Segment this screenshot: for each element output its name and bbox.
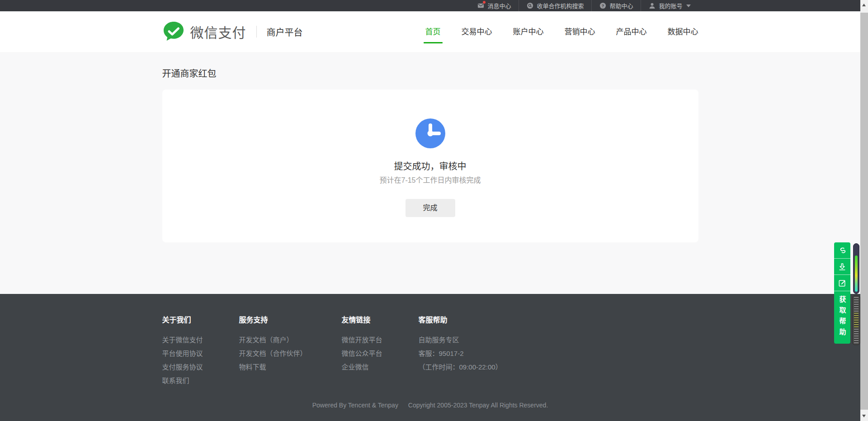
- nav-item-transactions[interactable]: 交易中心: [462, 25, 492, 38]
- gradient-bar: [855, 255, 858, 292]
- footer-link[interactable]: 微信开放平台: [342, 336, 419, 345]
- footer-column-about: 关于我们 关于微信支付 平台使用协议 支付服务协议 联系我们: [162, 316, 239, 390]
- page: 消息中心 收单合作机构搜索 ? 帮助中心 我的账号: [0, 0, 860, 421]
- footer-link[interactable]: 企业微信: [342, 363, 419, 372]
- primary-nav: 首页 交易中心 账户中心 营销中心 产品中心 数据中心: [425, 25, 698, 38]
- user-icon: [649, 2, 656, 9]
- nav-item-data[interactable]: 数据中心: [668, 25, 698, 38]
- floating-help-widget: 获取帮助: [834, 242, 850, 344]
- footer-link[interactable]: 自助服务专区: [419, 336, 698, 345]
- feedback-edit-icon: [838, 279, 847, 288]
- site-footer: 关于我们 关于微信支付 平台使用协议 支付服务协议 联系我们 服务支持 开发文档…: [0, 294, 860, 421]
- striped-indicator-overlay: [852, 295, 860, 345]
- footer-service-hours: （工作时间：09:00-22:00）: [419, 363, 698, 372]
- wechat-pay-logo[interactable]: 微信支付: [162, 20, 246, 43]
- done-button[interactable]: 完成: [406, 199, 455, 217]
- footer-column-support: 服务支持 开发文档（商户） 开发文档（合作伙伴） 物料下载: [239, 316, 342, 390]
- status-card: 提交成功，审核中 预计在7-15个工作日内审核完成 完成: [162, 90, 698, 242]
- footer-link[interactable]: 物料下载: [239, 363, 342, 372]
- get-help-button[interactable]: 获取帮助: [834, 291, 850, 344]
- download-icon: [838, 262, 847, 271]
- topbar-item-label: 帮助中心: [609, 1, 633, 10]
- search-icon: [527, 2, 533, 9]
- footer-link[interactable]: 开发文档（合作伙伴）: [239, 349, 342, 358]
- nav-item-marketing[interactable]: 营销中心: [565, 25, 595, 38]
- topbar-item-acquirer-search[interactable]: 收单合作机构搜索: [519, 0, 591, 11]
- unread-badge: [483, 1, 486, 4]
- download-button[interactable]: [834, 259, 850, 275]
- page-title: 开通商家红包: [162, 67, 698, 80]
- chevron-down-icon: [686, 5, 691, 7]
- mini-program-icon: [838, 246, 847, 255]
- nav-item-products[interactable]: 产品中心: [616, 25, 647, 38]
- main-content: 开通商家红包 提交成功，审核中 预计在7-15个工作日内审核完成 完成: [0, 52, 860, 294]
- logo-wordmark: 微信支付: [190, 22, 246, 42]
- footer-column-title: 客服帮助: [419, 316, 698, 325]
- copyright: Powered By Tencent & Tenpay Copyright 20…: [162, 402, 698, 409]
- topbar-item-label: 消息中心: [487, 1, 511, 10]
- footer-link[interactable]: 关于微信支付: [162, 336, 239, 345]
- footer-column-title: 服务支持: [239, 316, 342, 325]
- vertical-scrollbar[interactable]: [860, 0, 868, 421]
- footer-link[interactable]: 联系我们: [162, 376, 239, 385]
- scrollbar-thumb[interactable]: [860, 13, 868, 410]
- clock-pending-icon: [415, 90, 445, 148]
- footer-column-title: 友情链接: [342, 316, 419, 325]
- mini-program-button[interactable]: [834, 242, 850, 259]
- footer-column-service: 客服帮助 自助服务专区 客服：95017-2 （工作时间：09:00-22:00…: [419, 316, 698, 390]
- nav-item-home[interactable]: 首页: [425, 25, 441, 38]
- topbar-item-label: 我的账号: [659, 1, 682, 10]
- gradient-indicator-overlay: [853, 243, 859, 294]
- help-icon: ?: [599, 2, 606, 9]
- header-divider: [256, 26, 257, 38]
- copyright-powered-by: Powered By Tencent & Tenpay: [312, 402, 398, 409]
- footer-link[interactable]: 平台使用协议: [162, 349, 239, 358]
- top-utility-bar: 消息中心 收单合作机构搜索 ? 帮助中心 我的账号: [0, 0, 860, 11]
- topbar-item-label: 收单合作机构搜索: [537, 1, 584, 10]
- footer-service-phone: 客服：95017-2: [419, 349, 698, 358]
- site-header: 微信支付 商户平台 首页 交易中心 账户中心 营销中心 产品中心 数据中心: [0, 11, 860, 52]
- footer-column-links: 友情链接 微信开放平台 微信公众平台 企业微信: [342, 316, 419, 390]
- stripe-highlight: [854, 313, 859, 328]
- footer-link[interactable]: 开发文档（商户）: [239, 336, 342, 345]
- footer-link[interactable]: 支付服务协议: [162, 363, 239, 372]
- feedback-button[interactable]: [834, 275, 850, 291]
- mail-icon: [477, 2, 484, 9]
- topbar-item-help-center[interactable]: ? 帮助中心: [591, 0, 641, 11]
- topbar-item-my-account[interactable]: 我的账号: [641, 0, 698, 11]
- scrollbar-up-arrow-icon[interactable]: [862, 4, 866, 6]
- nav-item-account[interactable]: 账户中心: [513, 25, 544, 38]
- topbar-item-messages[interactable]: 消息中心: [470, 0, 519, 11]
- svg-text:?: ?: [602, 4, 604, 8]
- wechat-bubble-icon: [162, 20, 185, 43]
- status-description: 预计在7-15个工作日内审核完成: [162, 175, 698, 185]
- scrollbar-down-arrow-icon[interactable]: [862, 415, 866, 417]
- status-title: 提交成功，审核中: [162, 160, 698, 173]
- footer-column-title: 关于我们: [162, 316, 239, 325]
- get-help-label: 获取帮助: [838, 296, 847, 339]
- footer-link[interactable]: 微信公众平台: [342, 349, 419, 358]
- copyright-rights: Copyright 2005-2023 Tenpay All Rights Re…: [408, 402, 548, 409]
- platform-name: 商户平台: [267, 25, 303, 38]
